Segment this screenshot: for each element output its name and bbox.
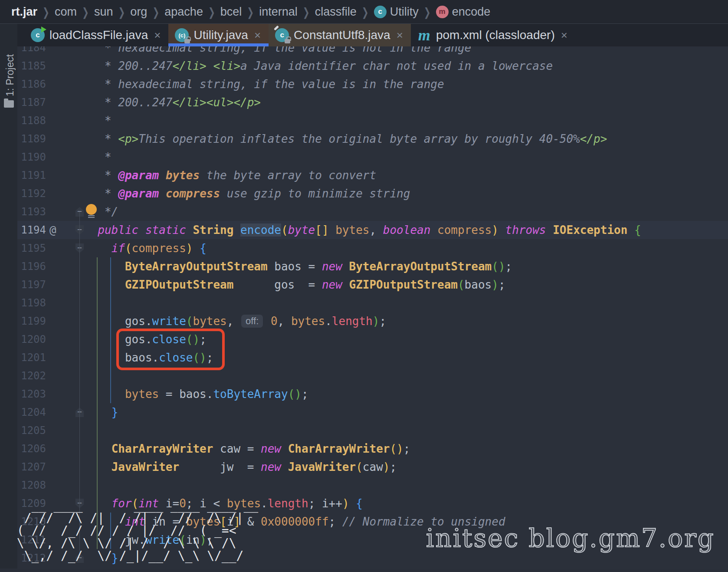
code-line-1185[interactable]: 1185 * 200..247</li> <li>a Java identifi… — [17, 57, 728, 75]
breadcrumb-item-classfile[interactable]: classfile — [312, 5, 359, 19]
line-number[interactable]: 1212 — [17, 549, 46, 567]
tab-pom-xml-classloader-[interactable]: mpom.xml (classloader)× — [411, 24, 575, 46]
line-number[interactable]: 1191 — [17, 166, 46, 184]
fold-marker-icon[interactable]: − — [75, 207, 84, 217]
code-line-1202[interactable]: 1202 — [17, 367, 728, 385]
line-number[interactable]: 1184 — [17, 46, 46, 57]
folder-icon[interactable] — [4, 100, 14, 108]
code-text[interactable]: * hexadecimal string, if the value is in… — [84, 75, 444, 93]
code-line-1198[interactable]: 1198 — [17, 294, 728, 312]
code-line-1191[interactable]: 1191 * @param bytes the byte array to co… — [17, 166, 728, 184]
tab-loadclassfile-java[interactable]: cloadClassFile.java× — [24, 24, 168, 46]
code-text[interactable]: gos.close(); — [84, 330, 207, 348]
code-line-1205[interactable]: 1205 — [17, 421, 728, 440]
line-number[interactable]: 1200 — [17, 330, 46, 348]
line-number[interactable]: 1209 — [17, 494, 46, 513]
tab-constantutf8-java[interactable]: cConstantUtf8.java× — [269, 24, 411, 46]
code-line-1190[interactable]: 1190 * — [17, 148, 728, 166]
code-line-1188[interactable]: 1188 * — [17, 112, 728, 130]
code-text[interactable]: ByteArrayOutputStream baos = new ByteArr… — [84, 257, 512, 276]
line-number[interactable]: 1186 — [17, 75, 46, 93]
breadcrumb-item-encode[interactable]: mencode — [433, 5, 493, 19]
tab-close-icon[interactable]: × — [561, 29, 567, 42]
breadcrumb-item-sun[interactable]: sun — [92, 5, 116, 19]
line-number[interactable]: 1202 — [17, 367, 46, 385]
line-number[interactable]: 1197 — [17, 276, 46, 294]
code-text[interactable]: GZIPOutputStream gos = new GZIPOutputStr… — [84, 276, 505, 294]
line-number[interactable]: 1187 — [17, 93, 46, 112]
tab-utility-java[interactable]: (c)Utility.java× — [168, 24, 269, 46]
code-text[interactable]: } — [84, 403, 118, 421]
code-line-1195[interactable]: 1195− if(compress) { — [17, 239, 728, 257]
code-text[interactable]: CharArrayWriter caw = new CharArrayWrite… — [84, 440, 410, 458]
tab-close-icon[interactable]: × — [154, 29, 161, 42]
line-number[interactable]: 1192 — [17, 184, 46, 203]
code-text[interactable]: * hexadecimal string, if the value is no… — [84, 46, 471, 57]
fold-marker-icon[interactable]: − — [75, 499, 84, 508]
code-text[interactable]: * 200..247</li><ul></p> — [84, 93, 261, 112]
code-editor[interactable]: 1184 * hexadecimal string, if the value … — [17, 46, 728, 569]
code-text[interactable]: if(compress) { — [84, 239, 207, 257]
code-text[interactable]: baos.close(); — [84, 348, 213, 367]
breadcrumb-item-rt-jar[interactable]: rt.jar — [9, 5, 40, 19]
line-number[interactable]: 1210 — [17, 513, 46, 531]
breadcrumb-item-com[interactable]: com — [52, 5, 79, 19]
code-text[interactable]: * <p>This operation inflates the origina… — [84, 130, 607, 148]
code-line-1189[interactable]: 1189 * <p>This operation inflates the or… — [17, 130, 728, 148]
code-line-1207[interactable]: 1207 JavaWriter jw = new JavaWriter(caw)… — [17, 458, 728, 476]
code-line-1196[interactable]: 1196 ByteArrayOutputStream baos = new By… — [17, 257, 728, 276]
line-number[interactable]: 1196 — [17, 257, 46, 276]
line-number[interactable]: 1205 — [17, 421, 46, 440]
code-line-1200[interactable]: 1200 gos.close(); — [17, 330, 728, 348]
code-line-1209[interactable]: 1209− for(int i=0; i < bytes.length; i++… — [17, 494, 728, 513]
code-text[interactable]: * — [84, 112, 111, 130]
line-number[interactable]: 1195 — [17, 239, 46, 257]
line-number[interactable]: 1190 — [17, 148, 46, 166]
code-text[interactable]: public static String encode(byte[] bytes… — [84, 221, 641, 239]
code-line-1187[interactable]: 1187 * 200..247</li><ul></p> — [17, 93, 728, 112]
line-number[interactable]: 1198 — [17, 294, 46, 312]
code-text[interactable]: } — [84, 549, 118, 567]
code-line-1186[interactable]: 1186 * hexadecimal string, if the value … — [17, 75, 728, 93]
line-number[interactable]: 1194 — [17, 221, 46, 239]
line-number[interactable]: 1204 — [17, 403, 46, 421]
code-text[interactable]: gos.write(bytes, off: 0, bytes.length); — [84, 312, 386, 330]
line-number[interactable]: 1185 — [17, 57, 46, 75]
breadcrumb-item-utility[interactable]: cUtility — [371, 5, 421, 19]
intention-lightbulb-icon[interactable] — [86, 204, 97, 215]
code-line-1203[interactable]: 1203 bytes = baos.toByteArray(); — [17, 385, 728, 403]
line-number[interactable]: 1199 — [17, 312, 46, 330]
line-number[interactable]: 1208 — [17, 476, 46, 494]
code-line-1210[interactable]: 1210 int in = bytes[i] & 0x000000ff; // … — [17, 513, 728, 531]
fold-marker-icon[interactable]: − — [75, 408, 84, 417]
breadcrumb-item-internal[interactable]: internal — [256, 5, 300, 19]
code-line-1204[interactable]: 1204− } — [17, 403, 728, 421]
code-text[interactable]: JavaWriter jw = new JavaWriter(caw); — [84, 458, 397, 476]
line-number[interactable]: 1206 — [17, 440, 46, 458]
code-line-1192[interactable]: 1192 * @param compress use gzip to minim… — [17, 184, 728, 203]
code-line-1194[interactable]: 1194@− public static String encode(byte[… — [17, 221, 728, 239]
tab-close-icon[interactable]: × — [397, 29, 403, 42]
code-text[interactable]: * 200..247</li> <li>a Java identifier ch… — [84, 57, 553, 75]
code-line-1201[interactable]: 1201 baos.close(); — [17, 348, 728, 367]
code-text[interactable]: * — [84, 148, 111, 166]
breadcrumb-item-bcel[interactable]: bcel — [218, 5, 245, 19]
line-number[interactable]: 1188 — [17, 112, 46, 130]
line-number[interactable]: 1207 — [17, 458, 46, 476]
code-text[interactable]: for(int i=0; i < bytes.length; i++) { — [84, 494, 363, 513]
code-line-1193[interactable]: 1193− */ — [17, 203, 728, 221]
code-text[interactable]: bytes = baos.toByteArray(); — [84, 385, 308, 403]
fold-marker-icon[interactable]: − — [75, 225, 84, 235]
code-text[interactable]: jw.write(in); — [84, 531, 213, 549]
code-text[interactable]: * @param compress use gzip to minimize s… — [84, 184, 410, 203]
line-number[interactable]: 1189 — [17, 130, 46, 148]
line-number[interactable]: 1203 — [17, 385, 46, 403]
line-number[interactable]: 1201 — [17, 348, 46, 367]
breadcrumb-item-apache[interactable]: apache — [162, 5, 206, 19]
code-line-1208[interactable]: 1208 — [17, 476, 728, 494]
code-text[interactable]: int in = bytes[i] & 0x000000ff; // Norma… — [84, 513, 505, 531]
line-number[interactable]: 1193 — [17, 203, 46, 221]
code-line-1199[interactable]: 1199 gos.write(bytes, off: 0, bytes.leng… — [17, 312, 728, 330]
fold-marker-icon[interactable]: − — [75, 243, 84, 253]
breadcrumb-item-org[interactable]: org — [128, 5, 150, 19]
